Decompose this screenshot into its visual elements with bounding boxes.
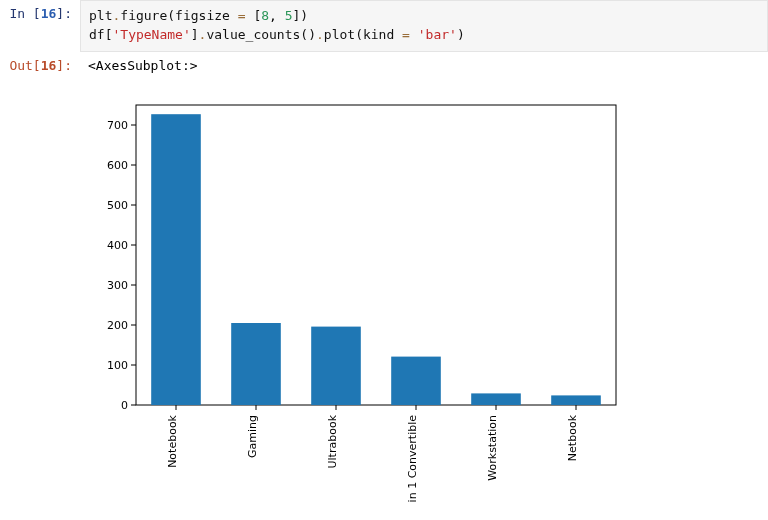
in-number: 16 [41, 6, 57, 21]
out-prompt: Out[16]: [0, 52, 80, 79]
ytick-label: 500 [107, 199, 128, 212]
xtick-label: Notebook [166, 414, 179, 467]
in-suffix: ]: [56, 6, 72, 21]
bar [231, 323, 281, 405]
bar [391, 356, 441, 404]
out-suffix: ]: [56, 58, 72, 73]
ytick-label: 600 [107, 159, 128, 172]
xtick-label: Gaming [246, 415, 259, 458]
in-prompt: In [16]: [0, 0, 80, 27]
xtick-label: 2 in 1 Convertible [406, 414, 419, 504]
ytick-label: 700 [107, 119, 128, 132]
plot-border [136, 105, 616, 405]
output-figure: 0100200300400500600700NotebookGamingUltr… [80, 79, 768, 505]
xtick-label: Ultrabook [326, 414, 339, 468]
ytick-label: 300 [107, 279, 128, 292]
xtick-label: Workstation [486, 415, 499, 481]
bar [151, 114, 201, 405]
code-input[interactable]: plt.figure(figsize = [8, 5]) df['TypeNam… [80, 0, 768, 52]
ytick-label: 400 [107, 239, 128, 252]
bar [311, 326, 361, 404]
bar-chart: 0100200300400500600700NotebookGamingUltr… [88, 95, 628, 505]
bar [551, 395, 601, 405]
output-cell: Out[16]: <AxesSubplot:> [0, 52, 768, 79]
ytick-label: 100 [107, 359, 128, 372]
output-repr: <AxesSubplot:> [80, 52, 768, 79]
out-number: 16 [41, 58, 57, 73]
bar [471, 393, 521, 405]
out-prefix: Out[ [9, 58, 40, 73]
in-prefix: In [ [9, 6, 40, 21]
ytick-label: 200 [107, 319, 128, 332]
ytick-label: 0 [121, 399, 128, 412]
xtick-label: Netbook [566, 414, 579, 461]
input-cell: In [16]: plt.figure(figsize = [8, 5]) df… [0, 0, 768, 52]
